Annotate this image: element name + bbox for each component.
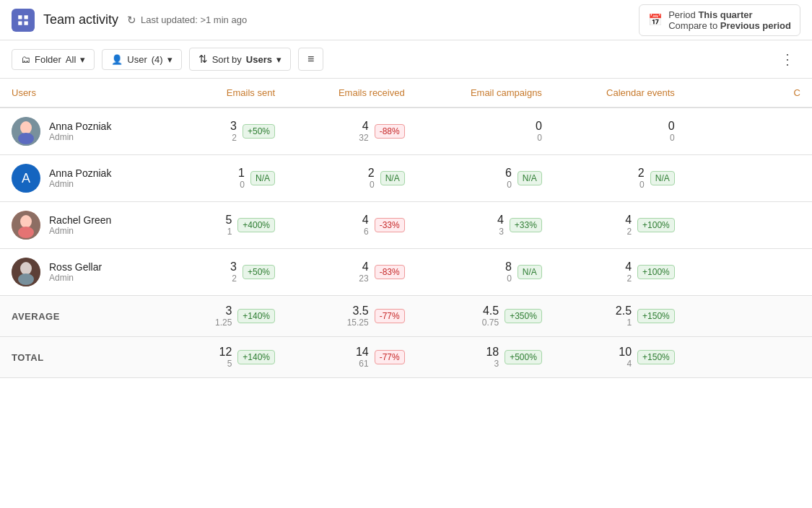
folder-value: All — [66, 54, 76, 65]
chevron-down-icon-2: ▾ — [167, 54, 173, 65]
metric-cell: 10N/A — [166, 155, 287, 202]
metric-cell: 60N/A — [416, 155, 554, 202]
metric-cell: 432-88% — [287, 108, 416, 155]
sort-value: Users — [246, 54, 272, 65]
last-updated-text: Last updated: >1 min ago — [141, 14, 247, 25]
metric-cell: 00 — [554, 108, 686, 155]
user-role: Admin — [49, 226, 111, 236]
change-badge: +50% — [243, 124, 275, 139]
col-emails-received: Emails received — [287, 79, 416, 108]
svg-point-6 — [18, 133, 34, 144]
avatar — [12, 258, 40, 286]
period-selector[interactable]: 📅 Period This quarter Compare to Previou… — [639, 4, 800, 36]
user-role: Admin — [49, 179, 111, 189]
table-row: Rachel GreenAdmin51+400%46-33%43+33%42+1… — [0, 202, 812, 249]
refresh-icon: ↻ — [127, 14, 136, 27]
table-row: Ross GellarAdmin32+50%423-83%80N/A42+100… — [0, 249, 812, 296]
user-count: (4) — [152, 54, 163, 65]
sort-button[interactable]: ⇅ Sort by Users ▾ — [189, 48, 291, 71]
col-c: C — [686, 79, 812, 108]
user-filter-button[interactable]: 👤 User (4) ▾ — [102, 49, 181, 70]
metric-cell: 46-33% — [287, 202, 416, 249]
user-name: Anna Pozniak — [49, 167, 111, 179]
change-badge: N/A — [650, 171, 675, 185]
sort-icon: ⇅ — [198, 53, 208, 66]
user-name: Anna Pozniak — [49, 121, 111, 132]
metric-cell: 2.51+150% — [554, 296, 686, 337]
last-updated: ↻ Last updated: >1 min ago — [127, 14, 247, 27]
sort-label: Sort by — [212, 54, 242, 65]
col-calendar-events: Calendar events — [554, 79, 686, 108]
metric-cell: 3.515.25-77% — [287, 296, 416, 337]
metric-cell: 32+50% — [166, 249, 287, 296]
change-badge: +140% — [237, 309, 275, 323]
col-email-campaigns: Email campaigns — [416, 79, 554, 108]
change-badge: +100% — [637, 265, 675, 279]
compare-label: Compare to — [668, 20, 717, 31]
summary-label: AVERAGE — [0, 296, 166, 337]
change-badge: -77% — [375, 350, 405, 364]
metric-cell: 104+150% — [554, 337, 686, 378]
app-title: Team activity — [43, 12, 118, 27]
change-badge: -83% — [375, 265, 405, 279]
change-badge: N/A — [380, 171, 405, 185]
change-badge: +140% — [237, 350, 275, 364]
metric-cell: 00 — [416, 108, 554, 155]
svg-point-8 — [20, 215, 32, 228]
change-badge: +100% — [637, 218, 675, 232]
metric-cell: 1461-77% — [287, 337, 416, 378]
user-cell: AAnna PozniakAdmin — [0, 155, 166, 201]
table-container: Users Emails sent Emails received Email … — [0, 79, 812, 378]
user-cell: Ross GellarAdmin — [0, 249, 166, 295]
user-icon: 👤 — [111, 54, 123, 65]
col-users: Users — [0, 79, 166, 108]
metric-cell: 20N/A — [287, 155, 416, 202]
folder-label: Folder — [35, 54, 61, 65]
metric-cell: 125+140% — [166, 337, 287, 378]
user-role: Admin — [49, 132, 111, 142]
change-badge: +50% — [243, 265, 275, 279]
metric-cell: 183+500% — [416, 337, 554, 378]
svg-point-11 — [20, 262, 32, 275]
avatar — [12, 211, 40, 240]
table-header: Users Emails sent Emails received Email … — [0, 79, 812, 108]
metric-cell: 51+400% — [166, 202, 287, 249]
change-badge: +150% — [637, 309, 675, 323]
metric-cell: 20N/A — [554, 155, 686, 202]
change-badge: N/A — [250, 171, 275, 185]
svg-point-9 — [18, 227, 34, 238]
change-badge: N/A — [518, 265, 542, 279]
metric-cell: 43+33% — [416, 202, 554, 249]
change-badge: +500% — [505, 350, 542, 364]
period-value: This quarter — [698, 9, 752, 20]
change-badge: -33% — [375, 218, 405, 232]
svg-point-12 — [18, 273, 34, 285]
activity-table: Users Emails sent Emails received Email … — [0, 79, 812, 378]
metric-cell: 42+100% — [554, 202, 686, 249]
total-row-row: TOTAL125+140%1461-77%183+500%104+150% — [0, 337, 812, 378]
metric-cell: 4.50.75+350% — [416, 296, 554, 337]
folder-icon: 🗂 — [21, 54, 30, 65]
change-badge: +33% — [510, 218, 542, 232]
table-row: AAnna PozniakAdmin10N/A20N/A60N/A20N/A — [0, 155, 812, 202]
metric-cell: 32+50% — [166, 108, 287, 155]
period-label: Period — [668, 9, 696, 20]
svg-rect-3 — [25, 21, 28, 25]
more-options-button[interactable]: ⋮ — [774, 48, 800, 71]
period-info: Period This quarter Compare to Previous … — [668, 9, 791, 31]
change-badge: N/A — [518, 171, 542, 185]
filter-lines-button[interactable]: ≡ — [298, 48, 323, 71]
metric-cell: 423-83% — [287, 249, 416, 296]
avatar — [12, 117, 40, 146]
svg-rect-1 — [25, 15, 28, 19]
calendar-icon: 📅 — [648, 13, 663, 27]
user-name: Ross Gellar — [49, 261, 102, 273]
user-name: Rachel Green — [49, 214, 111, 226]
folder-filter-button[interactable]: 🗂 Folder All ▾ — [12, 49, 95, 70]
metric-cell: 31.25+140% — [166, 296, 287, 337]
toolbar: 🗂 Folder All ▾ 👤 User (4) ▾ ⇅ Sort by Us… — [0, 40, 812, 79]
user-role: Admin — [49, 273, 102, 283]
header: Team activity ↻ Last updated: >1 min ago… — [0, 0, 812, 40]
compare-value: Previous period — [720, 20, 791, 31]
change-badge: +150% — [637, 350, 675, 364]
